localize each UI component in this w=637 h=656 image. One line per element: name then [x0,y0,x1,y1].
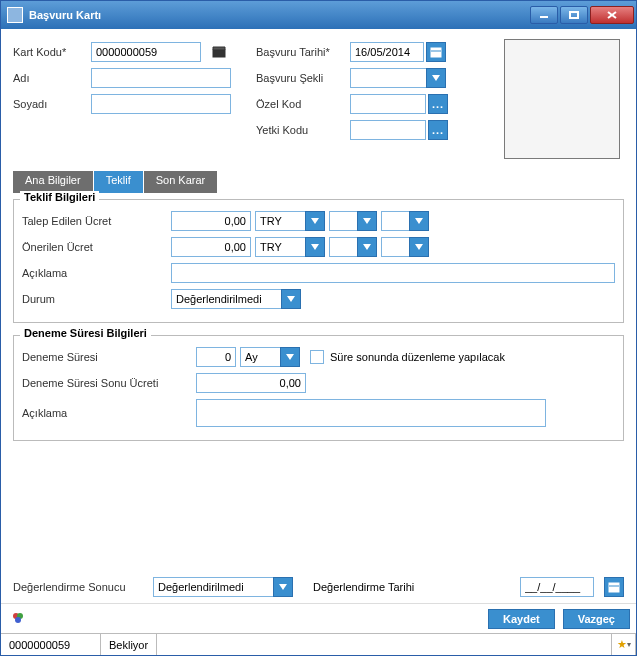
svg-point-22 [15,617,21,623]
durum-input[interactable] [171,289,281,309]
svg-rect-1 [570,12,578,18]
deneme-suresi-input[interactable] [196,347,236,367]
svg-marker-15 [287,296,295,302]
section-title: Deneme Süresi Bilgileri [20,327,151,339]
chevron-down-icon[interactable] [305,237,325,257]
deneme-suresi-label: Deneme Süresi [22,351,192,363]
svg-rect-4 [213,50,225,57]
soyadi-input[interactable] [91,94,231,114]
durum-label: Durum [22,293,167,305]
maximize-button[interactable] [560,6,588,24]
tab-bar: Ana Bilgiler Teklif Son Karar [13,171,624,193]
talep-extra1-input[interactable] [329,211,357,231]
teklif-aciklama-input[interactable] [171,263,615,283]
status-spacer [157,634,612,655]
titlebar: Başvuru Kartı [1,1,636,29]
svg-rect-6 [431,48,441,57]
chevron-down-icon[interactable] [409,211,429,231]
close-button[interactable] [590,6,634,24]
svg-marker-13 [363,244,371,250]
svg-marker-9 [311,218,319,224]
degerlendirme-tarihi-label: Değerlendirme Tarihi [313,581,414,593]
onerilen-ucret-label: Önerilen Ücret [22,241,167,253]
deneme-sonu-ucreti-input[interactable] [196,373,306,393]
cancel-button[interactable]: Vazgeç [563,609,630,629]
calendar-icon[interactable] [426,42,446,62]
app-icon [7,7,23,23]
onerilen-extra2-input[interactable] [381,237,409,257]
talep-currency-input[interactable] [255,211,305,231]
basvuru-tarihi-input[interactable] [350,42,424,62]
svg-marker-11 [415,218,423,224]
tab-son-karar[interactable]: Son Karar [144,171,218,193]
chevron-down-icon[interactable] [409,237,429,257]
basvuru-sekli-input[interactable] [350,68,426,88]
basvuru-tarihi-label: Başvuru Tarihi* [256,46,350,58]
chevron-down-icon[interactable] [426,68,446,88]
rgb-indicator-icon [11,611,25,627]
calendar-icon[interactable] [604,577,624,597]
save-button[interactable]: Kaydet [488,609,555,629]
kart-kodu-input[interactable] [91,42,201,62]
minimize-button[interactable] [530,6,558,24]
kart-kodu-label: Kart Kodu* [13,46,91,58]
sure-sonunda-checkbox[interactable] [310,350,324,364]
deneme-suresi-unit-input[interactable] [240,347,280,367]
status-state: Bekliyor [101,634,157,655]
chevron-down-icon[interactable] [305,211,325,231]
svg-marker-5 [213,47,225,50]
sure-sonunda-label: Süre sonunda düzenleme yapılacak [330,351,505,363]
section-teklif-bilgileri: Teklif Bilgileri Talep Edilen Ücret [13,199,624,323]
section-deneme-suresi: Deneme Süresi Bilgileri Deneme Süresi Sü… [13,335,624,441]
deneme-sonu-ucreti-label: Deneme Süresi Sonu Ücreti [22,377,192,389]
ozel-kod-label: Özel Kod [256,98,350,110]
clapperboard-icon[interactable] [209,42,229,62]
chevron-down-icon[interactable] [357,211,377,231]
yetki-kodu-input[interactable] [350,120,426,140]
ellipsis-button[interactable]: ... [428,120,448,140]
degerlendirme-sonucu-input[interactable] [153,577,273,597]
yetki-kodu-label: Yetki Kodu [256,124,350,136]
svg-marker-14 [415,244,423,250]
chevron-down-icon[interactable] [273,577,293,597]
chevron-down-icon[interactable] [281,289,301,309]
tab-ana-bilgiler[interactable]: Ana Bilgiler [13,171,93,193]
window-title: Başvuru Kartı [29,9,530,21]
onerilen-extra1-input[interactable] [329,237,357,257]
onerilen-ucret-input[interactable] [171,237,251,257]
section-title: Teklif Bilgileri [20,191,99,203]
deneme-aciklama-label: Açıklama [22,407,192,419]
adi-label: Adı [13,72,91,84]
chevron-down-icon[interactable] [357,237,377,257]
degerlendirme-tarihi-input[interactable] [520,577,594,597]
degerlendirme-sonucu-label: Değerlendirme Sonucu [13,581,143,593]
adi-input[interactable] [91,68,231,88]
photo-placeholder [504,39,620,159]
svg-marker-17 [279,584,287,590]
svg-marker-12 [311,244,319,250]
soyadi-label: Soyadı [13,98,91,110]
deneme-aciklama-input[interactable] [196,399,546,427]
svg-marker-10 [363,218,371,224]
talep-edilen-ucret-input[interactable] [171,211,251,231]
status-code: 0000000059 [1,634,101,655]
svg-rect-18 [609,583,619,592]
basvuru-sekli-label: Başvuru Şekli [256,72,350,84]
talep-edilen-ucret-label: Talep Edilen Ücret [22,215,167,227]
status-bar: 0000000059 Bekliyor ★▾ [1,633,636,655]
window: Başvuru Kartı Kart Kodu* [0,0,637,656]
teklif-aciklama-label: Açıklama [22,267,167,279]
tab-teklif[interactable]: Teklif [94,171,143,193]
ozel-kod-input[interactable] [350,94,426,114]
talep-extra2-input[interactable] [381,211,409,231]
chevron-down-icon[interactable] [280,347,300,367]
star-icon[interactable]: ★▾ [612,634,636,655]
svg-marker-16 [286,354,294,360]
svg-marker-8 [432,75,440,81]
onerilen-currency-input[interactable] [255,237,305,257]
ellipsis-button[interactable]: ... [428,94,448,114]
